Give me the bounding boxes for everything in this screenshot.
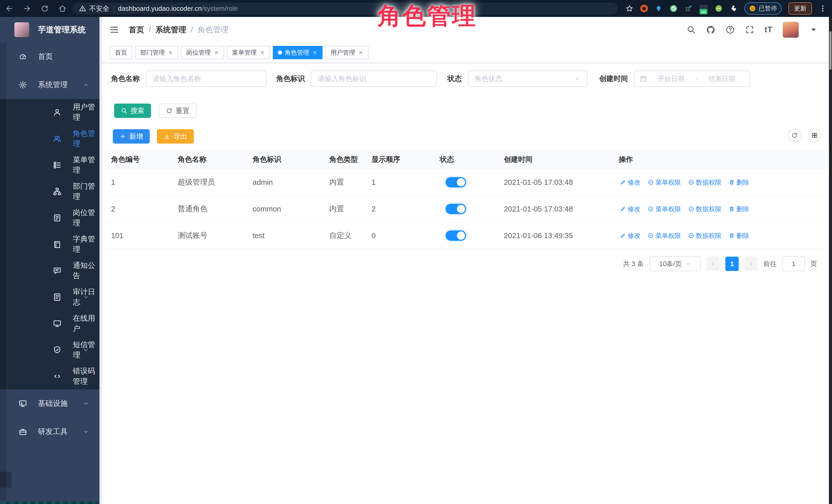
extension-green-check-icon[interactable]	[670, 4, 678, 12]
data-permission-action[interactable]: 数据权限	[688, 232, 722, 240]
fullscreen-icon[interactable]	[745, 25, 754, 34]
menu-permission-action[interactable]: 菜单权限	[648, 205, 681, 213]
edit-action[interactable]: 修改	[620, 232, 641, 240]
status-select[interactable]: 角色状态	[468, 71, 588, 87]
sidebar-item[interactable]: 在线用户	[0, 310, 100, 337]
delete-action[interactable]: 删除	[729, 178, 749, 187]
sidebar-item[interactable]: 首页	[0, 43, 100, 71]
close-icon[interactable]	[168, 50, 173, 55]
status-select-placeholder: 角色状态	[475, 74, 502, 83]
extension-gem-icon[interactable]	[655, 4, 663, 12]
extension-orange-icon[interactable]	[640, 5, 648, 12]
browser-menu-icon[interactable]	[819, 4, 827, 12]
close-icon[interactable]	[214, 50, 219, 55]
add-button[interactable]: 新增	[113, 129, 150, 143]
github-icon[interactable]	[706, 25, 716, 34]
action-label: 数据权限	[696, 178, 722, 187]
reload-icon[interactable]	[41, 4, 49, 13]
sidebar-item[interactable]: 系统管理	[0, 71, 100, 99]
column-settings-button[interactable]	[808, 129, 821, 142]
sidebar-scrollbar-thumb[interactable]	[0, 472, 12, 487]
search-button[interactable]: 搜索	[114, 104, 151, 118]
app-logo[interactable]: 芋道管理系统	[0, 17, 100, 43]
search-icon[interactable]	[686, 25, 696, 34]
page-size-select[interactable]: 10条/页	[649, 256, 701, 271]
data-permission-icon	[688, 179, 694, 185]
main-area: 首页/系统管理/角色管理 tT 首页部门管理岗位管理菜单管理角色管理用户管理 角…	[103, 17, 829, 504]
sidebar-item[interactable]: 岗位管理	[0, 205, 100, 231]
hamburger-icon[interactable]	[109, 25, 120, 35]
data-permission-action[interactable]: 数据权限	[688, 178, 722, 187]
sidebar-item[interactable]: 菜单管理	[0, 152, 100, 178]
tags-view-bar: 首页部门管理岗位管理菜单管理角色管理用户管理	[103, 43, 829, 63]
delete-action[interactable]: 删除	[729, 205, 749, 213]
end-date-placeholder[interactable]: 结束日期	[699, 74, 744, 83]
reset-button[interactable]: 重置	[159, 104, 197, 118]
role-name-input[interactable]	[146, 71, 266, 87]
sidebar-item[interactable]: 基础设施	[0, 390, 100, 418]
prev-page-button[interactable]	[706, 257, 720, 271]
menu-permission-action[interactable]: 菜单权限	[648, 178, 681, 187]
font-size-icon[interactable]: tT	[764, 25, 773, 34]
page-scrollbar-thumb[interactable]	[829, 31, 831, 70]
tab-active[interactable]: 角色管理	[273, 46, 322, 59]
toggle-knob	[457, 232, 465, 240]
status-toggle[interactable]	[446, 177, 466, 187]
tab-item[interactable]: 首页	[110, 46, 132, 59]
breadcrumb-item[interactable]: 系统管理	[155, 25, 186, 35]
sidebar-item[interactable]: 错误码管理	[0, 363, 100, 390]
sidebar-item[interactable]: 用户管理	[0, 99, 100, 125]
edit-action[interactable]: 修改	[620, 205, 641, 213]
help-icon[interactable]	[726, 25, 735, 34]
browser-update-button[interactable]: 更新	[788, 2, 812, 15]
avatar[interactable]	[783, 22, 799, 38]
goto-page-input[interactable]	[782, 256, 805, 271]
close-icon[interactable]	[358, 50, 363, 55]
address-bar[interactable]: 不安全 dashboard.yudao.iocoder.cn /system/r…	[72, 3, 618, 15]
calendar-icon	[640, 75, 647, 82]
edit-action[interactable]: 修改	[620, 178, 641, 187]
menu-permission-action[interactable]: 菜单权限	[648, 232, 681, 240]
refresh-table-button[interactable]	[788, 129, 801, 142]
tab-item[interactable]: 部门管理	[135, 46, 178, 59]
extensions-puzzle-icon[interactable]	[729, 4, 738, 12]
tab-item[interactable]: 岗位管理	[181, 46, 224, 59]
role-name-label: 角色名称	[111, 74, 140, 84]
sidebar-item[interactable]: 部门管理	[0, 178, 100, 205]
sidebar-item[interactable]: 通知公告	[0, 257, 100, 284]
sidebar-item[interactable]: 短信管理	[0, 337, 100, 363]
sidebar-item[interactable]: 角色管理	[0, 125, 100, 152]
next-page-button[interactable]	[744, 257, 758, 271]
sidebar-item[interactable]: 字典管理	[0, 231, 100, 257]
tab-item[interactable]: 用户管理	[326, 46, 368, 59]
tab-item[interactable]: 菜单管理	[227, 46, 270, 59]
extension-switch-icon[interactable]: on	[699, 5, 708, 12]
role-code-input[interactable]	[311, 71, 437, 87]
status-toggle[interactable]	[446, 204, 466, 214]
bookmark-star-icon[interactable]	[625, 4, 633, 12]
extension-green-blob-icon[interactable]	[714, 4, 723, 12]
page-number-button[interactable]: 1	[725, 257, 739, 271]
status-toggle[interactable]	[446, 231, 466, 241]
back-icon[interactable]	[5, 4, 14, 13]
sidebar-item[interactable]: 审计日志	[0, 284, 100, 310]
data-permission-action[interactable]: 数据权限	[688, 205, 722, 213]
close-icon[interactable]	[312, 50, 317, 55]
plus-icon	[120, 133, 126, 140]
create-time-range-picker[interactable]: 开始日期 - 结束日期	[634, 71, 750, 87]
forward-icon[interactable]	[23, 4, 31, 13]
sidebar-scrollbar[interactable]	[0, 43, 7, 500]
breadcrumb-item[interactable]: 首页	[129, 25, 144, 35]
delete-action[interactable]: 删除	[729, 232, 749, 240]
sidebar-item[interactable]: 研发工具	[0, 418, 100, 446]
extension-grid-icon[interactable]	[684, 4, 693, 12]
home-icon[interactable]	[58, 4, 67, 13]
page-scrollbar[interactable]	[829, 17, 832, 504]
caret-down-icon[interactable]	[809, 25, 818, 34]
refresh-icon	[166, 107, 173, 114]
paused-profile-chip[interactable]: 已暂停	[744, 2, 782, 15]
close-icon[interactable]	[260, 50, 265, 55]
export-button[interactable]: 导出	[157, 129, 194, 143]
start-date-placeholder[interactable]: 开始日期	[648, 74, 694, 83]
message-icon	[53, 266, 61, 275]
